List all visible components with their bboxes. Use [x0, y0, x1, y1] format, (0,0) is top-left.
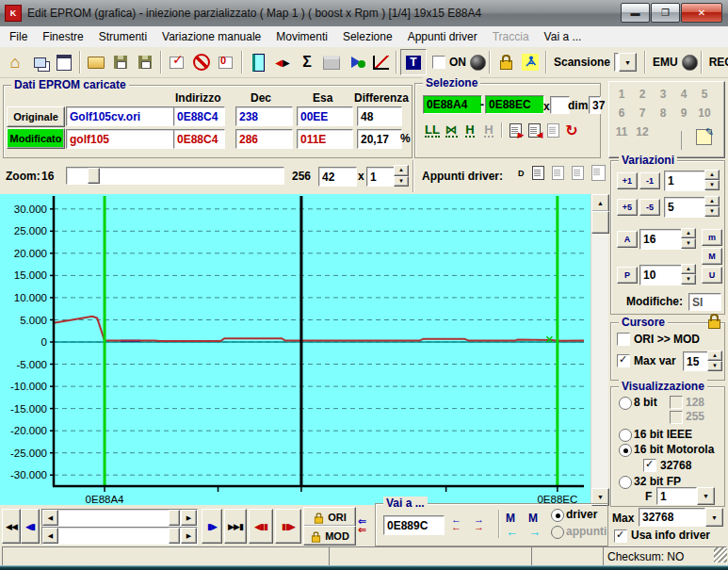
menu-item-vai-a[interactable]: Vai a ... [537, 27, 590, 46]
p-value-field[interactable]: 10 [639, 265, 684, 285]
sum-button[interactable]: Σ [295, 50, 319, 74]
maxvar-field[interactable]: 15 [683, 351, 710, 371]
difference-chart[interactable]: 30.00025.00020.00015.00010.0005.0000-5.0… [0, 194, 590, 505]
goto-right-icon[interactable]: →→ [474, 515, 484, 530]
radio-8bit[interactable] [619, 397, 632, 410]
appunti-copy-button[interactable] [532, 166, 544, 180]
radio-driver[interactable] [551, 509, 564, 522]
radio-16bit-ieee[interactable] [619, 429, 632, 442]
minus1-button[interactable]: -1 [639, 172, 660, 189]
menu-item-variazione-manuale[interactable]: Variazione manuale [154, 27, 268, 46]
a-value-field[interactable]: 16 [639, 229, 684, 250]
selection-clear-button[interactable]: ⋈ [442, 122, 461, 138]
max-dropdown-icon[interactable]: ▼ [705, 508, 723, 527]
graph-button[interactable] [368, 50, 393, 74]
close-button[interactable]: ✕ [681, 3, 722, 23]
a-spinner[interactable]: ▲▼ [681, 228, 696, 249]
nav-next-button[interactable]: ▮▶ [202, 509, 222, 544]
goto-left-icon[interactable]: ←← [451, 515, 461, 530]
open-file-button[interactable] [84, 50, 108, 74]
lock-button[interactable] [493, 50, 518, 74]
step1-spinner[interactable]: ▲▼ [704, 170, 720, 190]
scroll-thumb[interactable] [591, 211, 609, 234]
map-note-button[interactable]: ✎ [696, 129, 712, 145]
nav-first-button[interactable]: ◀◀ [2, 509, 21, 544]
chart-vertical-scrollbar[interactable]: ▲ ▼ [590, 194, 608, 505]
emu-led[interactable] [682, 55, 698, 71]
radio-16bit-motorola[interactable] [619, 444, 632, 457]
save-modified-button[interactable] [133, 50, 157, 74]
confirm-window-button[interactable]: ✓ [165, 50, 189, 74]
step5-spinner[interactable]: ▲▼ [704, 196, 720, 217]
mark-back-button[interactable]: M ← [506, 512, 518, 539]
a-button[interactable]: A [617, 231, 638, 248]
scrollbar-left-icon[interactable]: ◀ [42, 510, 58, 526]
resize-grip[interactable] [714, 547, 727, 562]
zoom-slider-thumb[interactable] [88, 168, 100, 184]
max-button[interactable]: M [702, 248, 722, 265]
step1-field[interactable]: 1 [664, 171, 706, 191]
maximize-button[interactable]: ❐ [651, 3, 680, 23]
scansione-dropdown-icon[interactable]: ▼ [619, 53, 637, 72]
run-button[interactable] [518, 50, 542, 74]
mark-forward-button[interactable]: M → [528, 512, 541, 539]
plus1-button[interactable]: +1 [617, 172, 638, 189]
ruler-button[interactable] [246, 50, 270, 74]
scrollbar-right-icon[interactable]: ▶ [181, 510, 197, 526]
ori-mod-checkbox[interactable] [617, 333, 630, 346]
min-button[interactable]: m [702, 229, 722, 246]
save-original-button[interactable] [108, 50, 133, 74]
menu-item-strumenti[interactable]: Strumenti [91, 27, 154, 46]
f-dropdown-icon[interactable]: ▼ [697, 487, 715, 505]
selection-end-button[interactable]: H [461, 122, 479, 138]
cursore-lock-icon[interactable] [708, 319, 720, 329]
spin-up-icon[interactable]: ▲ [394, 165, 409, 176]
p-spinner[interactable]: ▲▼ [681, 264, 696, 285]
scroll-up-button[interactable]: ▲ [591, 194, 609, 212]
nav-last-button[interactable]: ▶▶▮ [224, 509, 247, 544]
spin-down-icon[interactable]: ▼ [394, 176, 409, 187]
nav-scrollbar-bottom[interactable]: ◀ ▶ [41, 527, 198, 545]
chart-canvas[interactable]: 30.00025.00020.00015.00010.0005.0000-5.0… [0, 194, 590, 505]
zoom-slider[interactable] [66, 167, 284, 185]
scrollbar-left-icon[interactable]: ◀ [42, 528, 58, 544]
usa-info-driver-checkbox[interactable] [614, 529, 627, 543]
step5-field[interactable]: 5 [664, 197, 706, 218]
selezione-end-field[interactable]: 0E88EC [485, 95, 544, 114]
selezione-dim-field[interactable]: 37 [589, 96, 601, 114]
minimize-button[interactable]: ▬ [621, 3, 650, 23]
scrollbar-thumb[interactable] [169, 528, 180, 544]
zoom-value-field[interactable]: 42 [318, 167, 357, 187]
nav-next-mark-button[interactable]: ▮▮▶ [275, 509, 301, 544]
table-view-button[interactable]: T [400, 49, 427, 75]
paste-selection-button[interactable]: ◀ [525, 122, 543, 138]
window-layout-button[interactable] [52, 50, 76, 74]
menu-item-selezione[interactable]: Selezione [335, 27, 400, 46]
maxvar-checkbox[interactable] [617, 354, 630, 367]
scrollbar-right-icon[interactable]: ▶ [181, 528, 197, 544]
modificato-file-field[interactable]: golf105 [66, 129, 174, 149]
scrollbar-thumb[interactable] [169, 510, 180, 526]
radio-32bit-fp[interactable] [619, 476, 632, 489]
ori-mod-transfer-icon[interactable]: ⇐⇐ [358, 511, 373, 541]
goto-mod-button[interactable]: MOD [303, 526, 356, 546]
selezione-start-field[interactable]: 0E88A4 [423, 95, 482, 114]
copy-selection-button[interactable]: ▶ [506, 122, 525, 138]
on-led[interactable] [470, 55, 486, 71]
menu-item-appunti-driver[interactable]: Appunti driver [400, 27, 485, 46]
nav-scrollbar-top[interactable]: ◀ ▶ [41, 509, 198, 527]
vai-a-field[interactable]: 0E889C [383, 515, 445, 535]
scansione-combobox[interactable]: ▼ [614, 53, 637, 72]
plus5-button[interactable]: +5 [617, 199, 638, 216]
zoom-mult-spinner[interactable]: ▲▼ [394, 165, 409, 187]
originale-file-field[interactable]: Golf105cv.ori [66, 106, 174, 126]
zoom-mult-field[interactable]: 1 [366, 167, 396, 187]
menu-item-movimenti[interactable]: Movimenti [268, 27, 335, 46]
cascade-windows-button[interactable] [27, 50, 52, 74]
f-combobox[interactable]: 1 ▼ [656, 487, 715, 505]
home-button[interactable]: ⌂ [3, 50, 27, 74]
selection-begin-button[interactable]: LL [423, 122, 442, 138]
goto-ori-button[interactable]: ORI [303, 507, 356, 527]
flag-button[interactable] [344, 50, 368, 74]
u-button[interactable]: U [702, 267, 722, 284]
